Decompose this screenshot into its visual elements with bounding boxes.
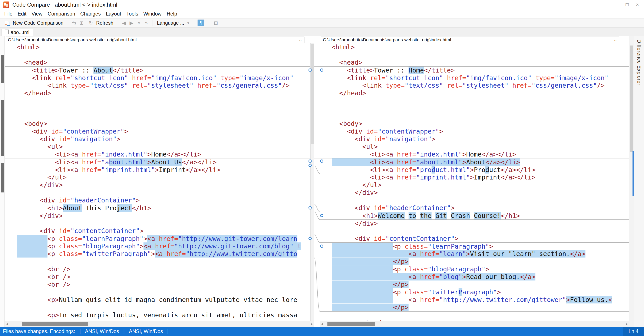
left-horizontal-scrollbar[interactable]: ◂ ▸ bbox=[5, 321, 314, 327]
code-line[interactable]: <link rel="shortcut icon" href="img/favi… bbox=[5, 74, 310, 82]
code-line[interactable]: <link type="text/css" rel="stylesheet" h… bbox=[320, 82, 629, 89]
code-line[interactable] bbox=[5, 112, 310, 120]
merge-change-button[interactable] bbox=[308, 206, 312, 209]
menu-comparison[interactable]: Comparison bbox=[45, 10, 78, 18]
code-line[interactable]: <head> bbox=[320, 59, 629, 66]
right-horizontal-scrollbar[interactable]: ◂ ▸ bbox=[320, 321, 629, 327]
code-line[interactable]: <p class="twitterParagraph"> bbox=[320, 288, 629, 296]
code-line[interactable] bbox=[5, 304, 310, 311]
code-line[interactable]: <li><a href="product.html">Product</a></… bbox=[320, 166, 629, 174]
chevron-down-icon[interactable]: ⌄ bbox=[612, 37, 617, 42]
previous-change-icon[interactable]: ◀ bbox=[120, 19, 127, 26]
tab-about-html[interactable]: abo...tml bbox=[1, 29, 33, 36]
code-line[interactable]: <html> bbox=[5, 43, 310, 51]
code-line[interactable]: <body> bbox=[320, 120, 629, 128]
code-line[interactable] bbox=[5, 105, 310, 112]
code-line[interactable]: </div> bbox=[5, 212, 310, 220]
code-line[interactable]: </head> bbox=[5, 89, 310, 97]
merge-change-button[interactable] bbox=[308, 68, 312, 72]
code-line[interactable]: <p class="learnParagraph"><a href="http:… bbox=[5, 235, 310, 242]
code-line[interactable]: <link type="text/css" rel="stylesheet" h… bbox=[5, 82, 310, 89]
code-line[interactable] bbox=[5, 288, 310, 296]
menu-layout[interactable]: Layout bbox=[103, 10, 124, 18]
code-line[interactable]: <a href="learn">Visit our "learn" sectio… bbox=[320, 250, 629, 258]
merge-change-button[interactable] bbox=[320, 245, 324, 248]
code-line[interactable]: <li><a href="about.html">About</a></li> bbox=[320, 158, 629, 166]
code-line[interactable]: <br /> bbox=[5, 281, 310, 288]
left-browse-button[interactable]: ... bbox=[306, 36, 313, 43]
code-line[interactable]: </ul> bbox=[5, 174, 310, 181]
code-line[interactable] bbox=[5, 97, 310, 105]
menu-file[interactable]: File bbox=[2, 10, 15, 18]
code-line[interactable]: <div id="contentContainer"> bbox=[5, 227, 310, 235]
scroll-left-icon[interactable]: ◂ bbox=[6, 322, 8, 326]
code-line[interactable]: </head> bbox=[320, 89, 629, 97]
code-line[interactable]: <div id="contentContainer"> bbox=[320, 235, 629, 242]
code-line[interactable] bbox=[320, 97, 629, 105]
menu-help[interactable]: Help bbox=[164, 10, 180, 18]
merge-change-button[interactable] bbox=[308, 237, 312, 240]
merge-change-button[interactable] bbox=[320, 214, 324, 217]
menu-view[interactable]: View bbox=[29, 10, 45, 18]
code-line[interactable] bbox=[320, 112, 629, 120]
code-line[interactable]: <p class="blogParagraph"> bbox=[320, 265, 629, 273]
code-line[interactable]: <p class="blogParagraph"><a href="http:/… bbox=[5, 242, 310, 250]
copy-to-right-icon[interactable]: » bbox=[143, 19, 150, 26]
code-line[interactable]: <a href="http://www.twitter.com/gittower… bbox=[320, 296, 629, 304]
diff-overview-strip[interactable] bbox=[0, 36, 5, 327]
next-change-icon[interactable]: ▶ bbox=[128, 19, 135, 26]
code-line[interactable]: <br /> bbox=[5, 273, 310, 281]
swap-panes-icon[interactable]: ⇆ bbox=[71, 19, 78, 26]
menu-edit[interactable]: Edit bbox=[15, 10, 29, 18]
merge-change-button[interactable] bbox=[320, 68, 324, 72]
code-line[interactable]: <body> bbox=[5, 120, 310, 128]
code-line[interactable]: <title>Tower :: About</title> bbox=[5, 66, 310, 74]
merge-change-button[interactable] bbox=[308, 159, 312, 163]
code-line[interactable] bbox=[5, 51, 310, 59]
language-selector[interactable]: Language ... ▾ bbox=[155, 19, 192, 27]
refresh-button[interactable]: ↻ Refresh bbox=[86, 19, 116, 27]
code-line[interactable]: <li><a href="imprint.html">Imprint</a></… bbox=[320, 174, 629, 181]
code-line[interactable]: </p> bbox=[320, 258, 629, 265]
scroll-right-icon[interactable]: ▸ bbox=[626, 322, 628, 326]
scrollbar-thumb[interactable] bbox=[328, 322, 375, 326]
code-line[interactable] bbox=[320, 311, 629, 319]
scrollbar-thumb[interactable] bbox=[630, 45, 633, 152]
code-line[interactable] bbox=[320, 227, 629, 235]
scroll-left-icon[interactable]: ◂ bbox=[321, 322, 323, 326]
show-whitespace-icon[interactable]: ¶ bbox=[198, 19, 204, 26]
code-line[interactable]: </div> bbox=[320, 220, 629, 227]
copy-to-left-icon[interactable]: « bbox=[136, 19, 142, 26]
code-line[interactable] bbox=[320, 51, 629, 59]
code-line[interactable]: <h1>About This Project</h1> bbox=[5, 204, 310, 212]
code-line[interactable] bbox=[320, 197, 629, 204]
code-line[interactable]: </p> bbox=[320, 304, 629, 311]
scroll-right-icon[interactable]: ▸ bbox=[311, 322, 313, 326]
right-browse-button[interactable]: ... bbox=[620, 36, 628, 43]
code-line[interactable]: <html> bbox=[320, 43, 629, 51]
scrollbar-thumb[interactable] bbox=[311, 44, 314, 144]
code-line[interactable]: <ul> bbox=[5, 143, 310, 151]
right-file-path-combo[interactable]: C:\Users\brunobrito\Documents\carparts-w… bbox=[321, 36, 620, 43]
left-vertical-scrollbar[interactable] bbox=[310, 43, 314, 321]
menu-tools[interactable]: Tools bbox=[124, 10, 141, 18]
menu-changes[interactable]: Changes bbox=[78, 10, 103, 18]
code-line[interactable]: <div id="navigation"> bbox=[320, 135, 629, 143]
code-line[interactable]: <div id="headerContainer"> bbox=[5, 197, 310, 204]
left-file-path-combo[interactable]: C:\Users\brunobrito\Documents\carparts-w… bbox=[6, 36, 304, 43]
collapse-sections-icon[interactable]: ⊟ bbox=[212, 19, 219, 26]
code-line[interactable]: <div id="navigation"> bbox=[5, 135, 310, 143]
code-line[interactable]: <li><a href="index.html">Home</a></li> bbox=[320, 151, 629, 158]
code-line[interactable]: <li><a href="index.html">Home</a></li> bbox=[5, 151, 310, 158]
code-line[interactable]: <br /> bbox=[320, 319, 629, 321]
code-line[interactable]: <p class="learnParagraph"> bbox=[320, 242, 629, 250]
scrollbar-thumb[interactable] bbox=[22, 322, 88, 326]
code-line[interactable]: </p> bbox=[320, 281, 629, 288]
right-code-editor[interactable]: <html> <head> <title>Tower :: Home</titl… bbox=[320, 43, 629, 321]
code-line[interactable]: <div id="contentWrapper"> bbox=[5, 128, 310, 135]
code-line[interactable]: <ul> bbox=[320, 143, 629, 151]
right-vertical-scrollbar[interactable] bbox=[629, 36, 634, 327]
code-line[interactable]: <p class="twitterParagraph"><a href="htt… bbox=[5, 250, 310, 258]
close-button[interactable]: × bbox=[636, 2, 639, 7]
left-code-editor[interactable]: <html> <head> <title>Tower :: About</tit… bbox=[5, 43, 310, 321]
